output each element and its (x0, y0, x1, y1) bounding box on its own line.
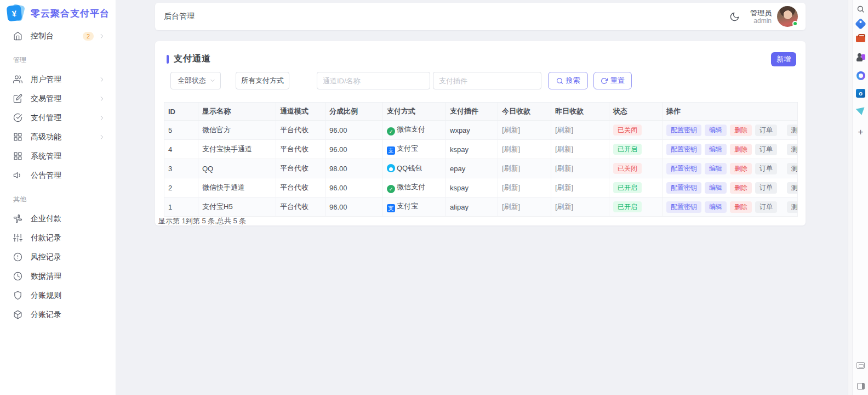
payment-method-select[interactable]: 所有支付方式 (236, 72, 289, 89)
cell-yesterday-income: [刷新] (551, 159, 609, 178)
action-order[interactable]: 订单 (755, 201, 777, 213)
add-button[interactable]: 新增 (771, 52, 796, 66)
rail-screenshot-icon[interactable] (855, 360, 866, 371)
action-configure-key[interactable]: 配置密钥 (666, 182, 701, 194)
users-icon (13, 75, 23, 84)
search-button[interactable]: 搜索 (548, 72, 588, 89)
action-delete[interactable]: 删除 (730, 163, 752, 174)
action-test[interactable]: 测试 (787, 163, 798, 174)
brand[interactable]: ¥ 零云聚合支付平台 (0, 0, 116, 26)
channel-search-input[interactable] (317, 72, 430, 89)
col-channel-mode: 通道模式 (276, 103, 326, 121)
cell-channel-mode: 平台代收 (276, 178, 326, 198)
action-edit[interactable]: 编辑 (705, 201, 727, 213)
refresh-yesterday-link[interactable]: [刷新] (555, 202, 573, 211)
sidebar: ¥ 零云聚合支付平台 控制台2管理用户管理交易管理支付管理高级功能系统管理公告管… (0, 0, 116, 395)
notification-badge: 2 (83, 32, 94, 41)
cell-display-name: 微信快手通道 (198, 178, 276, 198)
sidebar-item-label: 企业付款 (31, 214, 106, 224)
rail-send-icon[interactable] (855, 106, 866, 117)
sidebar-item-label: 付款记录 (31, 233, 106, 243)
cell-payment-method: 支支付宝 (383, 198, 446, 217)
action-configure-key[interactable]: 配置密钥 (666, 125, 701, 136)
action-edit[interactable]: 编辑 (705, 144, 727, 155)
topbar: 后台管理 管理员 admin (155, 3, 806, 30)
refresh-today-link[interactable]: [刷新] (502, 145, 520, 153)
plugin-search-input[interactable] (433, 72, 541, 89)
action-edit[interactable]: 编辑 (705, 182, 727, 194)
rail-copilot-icon[interactable] (855, 70, 866, 81)
sidebar-item-advanced-features[interactable]: 高级功能 (0, 127, 116, 146)
sidebar-item-transaction-management[interactable]: 交易管理 (0, 89, 116, 108)
box-icon (13, 310, 23, 320)
cell-id: 1 (164, 198, 198, 217)
refresh-yesterday-link[interactable]: [刷新] (555, 164, 573, 172)
cell-payment-plugin: alipay (446, 198, 498, 217)
action-delete[interactable]: 删除 (730, 125, 752, 136)
page-scrollbar[interactable] (848, 0, 853, 395)
rail-side-panel-icon[interactable] (855, 381, 866, 392)
sidebar-item-user-management[interactable]: 用户管理 (0, 70, 116, 89)
user-menu[interactable]: 管理员 admin (750, 9, 772, 25)
rail-contacts-icon[interactable] (855, 52, 866, 63)
action-order[interactable]: 订单 (755, 163, 777, 174)
status-badge: 已开启 (613, 182, 642, 193)
action-edit[interactable]: 编辑 (705, 163, 727, 174)
sidebar-item-split-records[interactable]: 分账记录 (0, 305, 116, 324)
sidebar-item-label: 风控记录 (31, 252, 106, 262)
slack-icon (13, 214, 23, 224)
refresh-today-link[interactable]: [刷新] (502, 183, 520, 191)
avatar[interactable] (777, 6, 798, 27)
action-order[interactable]: 订单 (755, 144, 777, 155)
sidebar-item-enterprise-payment[interactable]: 企业付款 (0, 209, 116, 228)
action-configure-key[interactable]: 配置密钥 (666, 201, 701, 213)
refresh-today-link[interactable]: [刷新] (502, 202, 520, 211)
col-status: 状态 (609, 103, 663, 121)
reset-button[interactable]: 重置 (593, 72, 632, 89)
action-order[interactable]: 订单 (755, 182, 777, 194)
refresh-today-link[interactable]: [刷新] (502, 126, 520, 134)
sidebar-item-split-rules[interactable]: 分账规则 (0, 286, 116, 305)
sidebar-item-announcement-management[interactable]: 公告管理 (0, 166, 116, 185)
action-edit[interactable]: 编辑 (705, 125, 727, 136)
rail-toolbox-icon[interactable] (855, 33, 866, 44)
alert-circle-icon (13, 252, 23, 262)
sidebar-item-payment-management[interactable]: 支付管理 (0, 108, 116, 127)
cell-share-ratio: 96.00 (326, 198, 383, 217)
sidebar-item-data-cleanup[interactable]: 数据清理 (0, 267, 116, 286)
refresh-yesterday-link[interactable]: [刷新] (555, 126, 573, 134)
dark-mode-toggle[interactable] (726, 8, 743, 25)
sidebar-item-dashboard[interactable]: 控制台2 (0, 26, 116, 46)
action-delete[interactable]: 删除 (730, 182, 752, 194)
refresh-yesterday-link[interactable]: [刷新] (555, 183, 573, 191)
sidebar-item-payment-records[interactable]: 付款记录 (0, 228, 116, 247)
refresh-today-link[interactable]: [刷新] (502, 164, 520, 172)
sidebar-section-label: 其他 (0, 194, 116, 205)
cell-display-name: QQ (198, 159, 276, 178)
sidebar-item-system-management[interactable]: 系统管理 (0, 146, 116, 166)
rail-add-icon[interactable]: + (855, 126, 866, 137)
rail-outlook-icon[interactable]: o (855, 88, 866, 99)
status-select[interactable]: 全部状态 (170, 72, 221, 89)
cell-status: 已开启 (609, 198, 663, 217)
rail-search-icon[interactable] (855, 3, 866, 14)
refresh-yesterday-link[interactable]: [刷新] (555, 145, 573, 153)
action-test[interactable]: 测试 (787, 182, 798, 194)
action-configure-key[interactable]: 配置密钥 (666, 163, 701, 174)
action-order[interactable]: 订单 (755, 125, 777, 136)
action-configure-key[interactable]: 配置密钥 (666, 144, 701, 155)
user-role: admin (750, 17, 772, 25)
action-test[interactable]: 测试 (787, 201, 798, 213)
sidebar-item-risk-records[interactable]: 风控记录 (0, 247, 116, 267)
cell-payment-plugin: epay (446, 159, 498, 178)
action-test[interactable]: 测试 (787, 144, 798, 155)
col-payment-plugin: 支付插件 (446, 103, 498, 121)
action-delete[interactable]: 删除 (730, 201, 752, 213)
status-badge: 已关闭 (613, 125, 642, 136)
rail-tag-icon[interactable] (855, 18, 866, 29)
col-id: ID (164, 103, 198, 121)
action-test[interactable]: 测试 (787, 125, 798, 136)
table-header-row: ID 显示名称 通道模式 分成比例 支付方式 支付插件 今日收款 昨日收款 状态… (164, 103, 798, 121)
action-delete[interactable]: 删除 (730, 144, 752, 155)
cell-payment-plugin: kspay (446, 178, 498, 198)
